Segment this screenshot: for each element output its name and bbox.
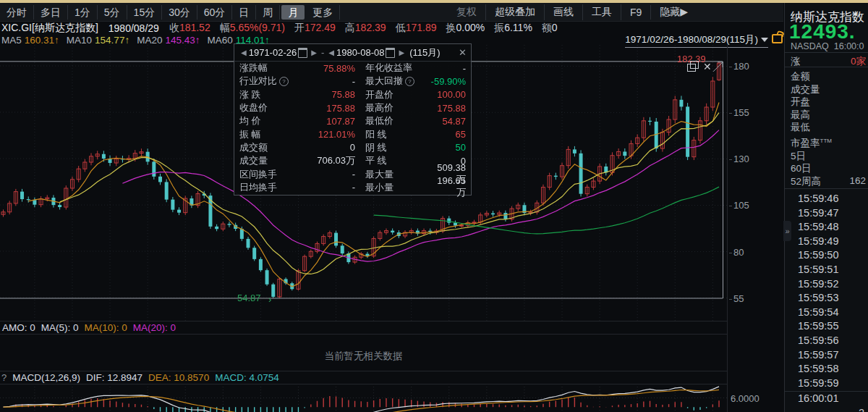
next-date-icon[interactable]: ▶ bbox=[311, 49, 317, 56]
tab-分时[interactable]: 分时 bbox=[0, 5, 34, 20]
amo-item: MA(5): 0 bbox=[41, 322, 79, 333]
stat-value: 121.01% bbox=[306, 129, 355, 140]
copy-region-icon[interactable] bbox=[687, 64, 696, 72]
macd-item: DIF: 12.8947 bbox=[86, 372, 142, 383]
toolbar-button-画线[interactable]: 画线 bbox=[545, 4, 583, 20]
calendar-icon[interactable] bbox=[298, 48, 307, 58]
amo-item: MA(10): 0 bbox=[85, 322, 127, 333]
next-date-icon[interactable]: ▶ bbox=[399, 49, 404, 56]
quote-field-振: 振6.11% bbox=[494, 22, 532, 35]
price-tick-155: 155 bbox=[729, 107, 749, 118]
sidebar-field-label: 60日 bbox=[791, 162, 812, 175]
macd-chart[interactable] bbox=[0, 384, 727, 412]
stat-label: 最小量 bbox=[365, 181, 429, 194]
sidebar-field-label: 52周高 bbox=[791, 175, 821, 188]
tab-30分[interactable]: 30分 bbox=[162, 5, 197, 20]
stat-label: 阳 线 bbox=[365, 128, 429, 141]
sidebar-field-市盈率: 市盈率TTM bbox=[791, 137, 866, 150]
range-span: (115月) bbox=[409, 46, 440, 59]
sidebar-field-label: 开盘 bbox=[791, 96, 810, 109]
stat-label: 日均换手 bbox=[239, 181, 306, 194]
ma-label: MA60 bbox=[207, 35, 232, 46]
range-stats-rows: 涨跌幅75.88%年化收益率-行业对比?-最大回撤?-59.90%涨 跌75.8… bbox=[234, 62, 471, 194]
quote-field-label: 开 bbox=[294, 22, 305, 33]
unlock-icon[interactable] bbox=[772, 34, 783, 43]
period-tabs: 分时多日1分5分15分30分60分日周月更多 bbox=[0, 5, 340, 20]
sidebar-exchange-time: NASDAQ 16:00:0 bbox=[791, 41, 864, 51]
stat-label: 区间换手 bbox=[239, 168, 306, 181]
close-region-icon[interactable]: ✕ bbox=[703, 61, 712, 72]
stat-label: 涨 跌 bbox=[239, 88, 306, 101]
toolbar-button-工具[interactable]: 工具 bbox=[583, 4, 621, 20]
tab-1分[interactable]: 1分 bbox=[68, 5, 98, 20]
trade-time: 16:00:01 bbox=[798, 392, 864, 404]
macd-indicator-line[interactable]: ? MACD(12,26,9)DIF: 12.8947DEA: 10.8570M… bbox=[1, 372, 291, 383]
toolbar-button-复权[interactable]: 复权 bbox=[448, 4, 486, 20]
ma-item-MA10: MA10154.77↑ bbox=[67, 35, 129, 46]
tab-周[interactable]: 周 bbox=[256, 5, 280, 20]
trade-time: 15:59:48 bbox=[798, 221, 864, 232]
sidebar-field-成交量: 成交量 bbox=[791, 83, 866, 96]
quote-field-value: 0.00% bbox=[456, 22, 485, 33]
region-arrow-icon: › bbox=[268, 294, 271, 305]
sidebar-field-label: 最高 bbox=[791, 109, 810, 122]
help-circle-icon[interactable]: ? bbox=[279, 77, 289, 86]
tab-5分[interactable]: 5分 bbox=[98, 5, 127, 20]
stat-label: 最低价 bbox=[365, 114, 429, 127]
period-tab-bar: 分时多日1分5分15分30分60分日周月更多 复权超级叠加画线工具F9隐藏▶ bbox=[0, 3, 783, 22]
prev-date-icon[interactable]: ◀ bbox=[241, 49, 247, 56]
quote-field-label: 低 bbox=[396, 22, 406, 33]
toolbar-button-超级叠加[interactable]: 超级叠加 bbox=[486, 4, 545, 20]
quote-field-label: 额 bbox=[542, 22, 552, 33]
quote-field-value: 182.39 bbox=[355, 22, 386, 33]
range-end-date[interactable]: 1980-08-08 bbox=[336, 47, 385, 58]
sidebar-field-金额: 金额 bbox=[791, 70, 866, 83]
tab-60分[interactable]: 60分 bbox=[197, 5, 233, 20]
tab-更多[interactable]: 更多 bbox=[306, 5, 340, 20]
price-axis-line bbox=[727, 45, 728, 412]
tab-日[interactable]: 日 bbox=[232, 5, 256, 20]
quote-field-value: 181.52 bbox=[179, 22, 210, 33]
collapse-sidebar-handle[interactable]: » bbox=[783, 221, 791, 241]
range-start-date[interactable]: 1971-02-26 bbox=[249, 47, 297, 58]
amo-item: AMO: 0 bbox=[2, 322, 35, 333]
tab-月[interactable]: 月 bbox=[281, 5, 305, 20]
help-icon[interactable]: ? bbox=[1, 372, 7, 383]
symbol-name[interactable]: XIC.GI[纳斯达克指数] bbox=[1, 22, 98, 35]
trade-time: 15:59:49 bbox=[798, 235, 864, 247]
stats-row: 振 幅121.01%阳 线65 bbox=[234, 127, 471, 140]
toolbar-button-F9[interactable]: F9 bbox=[621, 5, 651, 20]
range-stats-panel: ◀ 1971-02-26 ▶ - ◀ 1980-08-08 ▶ (115月) ✕… bbox=[234, 43, 472, 196]
stat-value: - bbox=[306, 169, 355, 180]
stat-value: 175.88 bbox=[306, 103, 355, 114]
toolbar-button-隐藏▶[interactable]: 隐藏▶ bbox=[651, 4, 697, 20]
toolbar-buttons: 复权超级叠加画线工具F9隐藏▶ bbox=[448, 3, 697, 21]
quote-field-高: 高182.39 bbox=[345, 22, 386, 35]
quote-field-value: 0 bbox=[552, 22, 558, 33]
help-circle-icon[interactable]: ? bbox=[405, 77, 414, 86]
stat-label: 最高价 bbox=[365, 101, 429, 114]
trade-time: 15:59:46 bbox=[798, 193, 864, 204]
close-icon[interactable]: ✕ bbox=[459, 47, 467, 58]
region-low-label: 54.87 bbox=[237, 293, 261, 303]
stat-value: - bbox=[306, 76, 355, 87]
prev-date-icon[interactable]: ◀ bbox=[328, 49, 334, 56]
amo-indicator-line[interactable]: AMO: 0MA(5): 0MA(10): 0MA(20): 0 bbox=[2, 322, 182, 333]
quote-field-低: 低171.89 bbox=[396, 22, 437, 35]
stats-row: 收盘价175.88最高价175.88 bbox=[234, 101, 471, 114]
sidebar-field-最低: 最低 bbox=[791, 121, 866, 134]
sidebar-field-52周高: 52周高162 bbox=[791, 175, 866, 188]
quote-field-换: 换0.00% bbox=[446, 22, 485, 35]
calendar-icon[interactable] bbox=[386, 48, 395, 58]
stat-value: 706.03万 bbox=[306, 154, 355, 167]
stat-label: 涨跌幅 bbox=[239, 62, 306, 75]
tab-15分[interactable]: 15分 bbox=[127, 5, 163, 20]
ma-label: MA5 bbox=[1, 35, 22, 46]
tab-多日[interactable]: 多日 bbox=[34, 5, 68, 20]
stat-label: 年化收益率 bbox=[365, 62, 429, 75]
quote-field-label: 振 bbox=[494, 22, 504, 33]
divider bbox=[785, 188, 868, 189]
ma-value: 160.31↑ bbox=[25, 35, 59, 46]
quote-field-value: 5.65%(9.71) bbox=[230, 22, 285, 33]
quote-sidebar: 纳斯达克指数 12493. NASDAQ 16:00:0 涨 0家 金额成交量开… bbox=[784, 3, 868, 412]
